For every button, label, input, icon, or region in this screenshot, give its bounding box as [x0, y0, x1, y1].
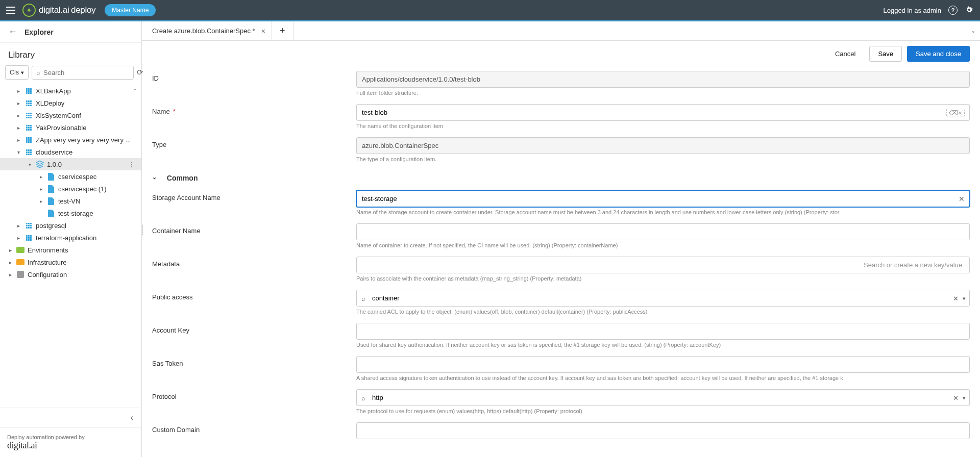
- public-access-select[interactable]: [356, 290, 970, 307]
- public-access-hint: The canned ACL to apply to the object. (…: [356, 309, 970, 315]
- metadata-label: Metadata: [152, 257, 356, 282]
- tab-label: Create azure.blob.ContainerSpec *: [152, 27, 255, 35]
- sas-token-label: Sas Token: [152, 356, 356, 381]
- container-name-input[interactable]: [356, 223, 970, 240]
- resize-handle[interactable]: [140, 217, 144, 243]
- protocol-select[interactable]: [356, 389, 970, 406]
- clear-icon[interactable]: ✕: [953, 294, 959, 302]
- tab-bar: Create azure.blob.ContainerSpec * × + ⌄: [142, 21, 980, 41]
- search-icon: ⌕: [361, 394, 365, 401]
- sidebar-footer: Deploy automation powered by digital.ai: [0, 427, 141, 457]
- search-input[interactable]: [43, 69, 129, 77]
- custom-domain-input[interactable]: [356, 422, 970, 439]
- add-tab-button[interactable]: +: [272, 21, 293, 40]
- search-input-wrap: ⌕: [32, 66, 134, 80]
- clear-name-icon[interactable]: ⌫×: [946, 108, 965, 117]
- tab-create-containerspec[interactable]: Create azure.blob.ContainerSpec * ×: [142, 21, 272, 40]
- container-name-label: Container Name: [152, 223, 356, 248]
- search-icon: ⌕: [36, 69, 40, 77]
- id-label: ID: [152, 71, 356, 96]
- tree-item-cloudservice[interactable]: ▾cloudservice: [0, 146, 141, 158]
- tree-item-teststorage[interactable]: test-storage: [0, 207, 141, 219]
- clear-icon[interactable]: ✕: [953, 394, 959, 401]
- tree-item-cservicespec[interactable]: ▸cservicespec: [0, 170, 141, 183]
- protocol-hint: The protocol to use for requests (enum) …: [356, 408, 970, 414]
- container-name-hint: Name of container to create. If not spec…: [356, 242, 970, 248]
- tree-item-yakprovisionable[interactable]: ▸YakProvisionable: [0, 121, 141, 134]
- chevron-down-icon[interactable]: ▾: [963, 394, 966, 401]
- topbar: ✦ digital.ai deploy Master Name Logged i…: [0, 0, 980, 20]
- tab-overflow-icon[interactable]: ⌄: [966, 21, 980, 40]
- tree-item-version[interactable]: ▾1.0.0⋮: [0, 158, 141, 170]
- sidebar-title: Explorer: [24, 28, 54, 36]
- storage-account-hint: Name of the storage account to create co…: [356, 209, 970, 215]
- collapse-sidebar-icon[interactable]: ‹: [131, 413, 133, 422]
- tree-item-postgresql[interactable]: ▸postgresql: [0, 219, 141, 232]
- menu-icon[interactable]: [6, 7, 15, 14]
- name-input[interactable]: [356, 104, 970, 121]
- storage-account-input[interactable]: [356, 190, 970, 207]
- tree-item-environments[interactable]: ▸Environments: [0, 244, 141, 256]
- tree-item-terraform[interactable]: ▸terraform-application: [0, 232, 141, 244]
- back-icon[interactable]: ←: [8, 27, 17, 37]
- logo-icon: ✦: [22, 4, 36, 17]
- ci-type-filter[interactable]: CIs ▾: [5, 65, 29, 80]
- cancel-button[interactable]: Cancel: [826, 46, 864, 62]
- tree: ▸XLBankApp⌃ ▸XLDeploy ▸XlsSystemConf ▸Ya…: [0, 85, 141, 408]
- master-name-badge[interactable]: Master Name: [105, 4, 156, 16]
- tree-item-zapp[interactable]: ▸ZApp very very very very very ...: [0, 134, 141, 146]
- clear-icon[interactable]: ✕: [959, 195, 965, 203]
- type-label: Type: [152, 137, 356, 162]
- account-key-hint: Used for shared key authentication. If n…: [356, 342, 970, 348]
- tree-item-xldeploy[interactable]: ▸XLDeploy: [0, 97, 141, 109]
- tree-item-testvn[interactable]: ▸test-VN: [0, 195, 141, 207]
- metadata-hint: Pairs to associate with the container as…: [356, 275, 970, 282]
- tree-item-cservicespec-1[interactable]: ▸cservicespec (1): [0, 183, 141, 195]
- custom-domain-label: Custom Domain: [152, 422, 356, 439]
- tree-item-xlbankapp[interactable]: ▸XLBankApp⌃: [0, 85, 141, 97]
- form: ID Applications/cloudservice/1.0.0/test-…: [142, 67, 980, 457]
- login-status: Logged in as admin: [884, 7, 941, 14]
- action-bar: Cancel Save Save and close: [142, 41, 980, 67]
- storage-account-label: Storage Account Name: [152, 190, 356, 215]
- chevron-down-icon: ▾: [21, 69, 24, 76]
- close-icon[interactable]: ×: [261, 27, 265, 35]
- brand-sub: deploy: [71, 5, 95, 15]
- save-button[interactable]: Save: [869, 46, 902, 62]
- tree-item-xlssystemconf[interactable]: ▸XlsSystemConf: [0, 109, 141, 121]
- type-value: azure.blob.ContainerSpec: [356, 137, 970, 154]
- public-access-label: Public access: [152, 290, 356, 315]
- brand-text: digital.ai: [39, 5, 69, 15]
- save-close-button[interactable]: Save and close: [907, 46, 970, 62]
- chevron-down-icon[interactable]: ▾: [963, 295, 966, 301]
- name-label: Name*: [152, 104, 356, 129]
- id-hint: Full item folder structure.: [356, 90, 970, 96]
- brand-logo[interactable]: ✦ digital.ai deploy: [22, 4, 95, 17]
- name-hint: The name of the configuration item: [356, 123, 970, 129]
- tree-item-configuration[interactable]: ▸Configuration: [0, 268, 141, 281]
- id-value: Applications/cloudservice/1.0.0/test-blo…: [356, 71, 970, 88]
- chevron-down-icon: ⌄: [152, 174, 157, 181]
- settings-icon[interactable]: [965, 5, 974, 16]
- library-heading: Library: [0, 43, 141, 65]
- content-area: Create azure.blob.ContainerSpec * × + ⌄ …: [142, 21, 980, 457]
- tree-item-infrastructure[interactable]: ▸Infrastructure: [0, 256, 141, 268]
- section-common[interactable]: ⌄ Common: [152, 170, 356, 182]
- protocol-label: Protocol: [152, 389, 356, 414]
- search-icon: ⌕: [361, 294, 365, 302]
- sas-token-input[interactable]: [356, 356, 970, 373]
- metadata-input[interactable]: [356, 257, 970, 273]
- refresh-icon[interactable]: ⟳: [137, 68, 143, 77]
- sas-token-hint: A shared access signature token authenti…: [356, 375, 970, 381]
- sidebar: ← Explorer Library CIs ▾ ⌕ ⟳ ▸XLBankApp⌃…: [0, 21, 142, 457]
- account-key-input[interactable]: [356, 323, 970, 340]
- account-key-label: Account Key: [152, 323, 356, 348]
- help-icon[interactable]: ?: [948, 6, 958, 15]
- type-hint: The type of a configuration item.: [356, 156, 970, 162]
- kebab-icon[interactable]: ⋮: [126, 160, 137, 168]
